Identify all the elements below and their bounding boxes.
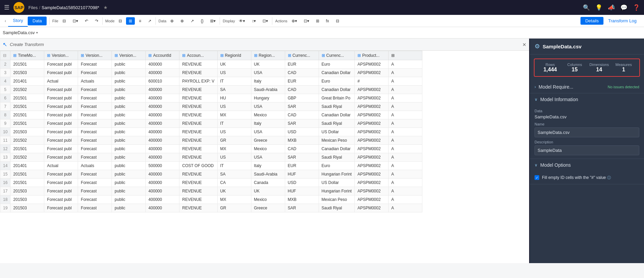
table-cell[interactable]: 400000 [146,153,179,162]
table-cell[interactable]: Forecast [78,128,112,136]
table-cell[interactable]: APSPM0002 [354,94,388,102]
table-cell[interactable]: Great Britain Po [319,94,354,102]
table-cell[interactable]: public [112,86,146,94]
table-cell[interactable]: Mexican Peso [319,195,354,204]
table-cell[interactable]: MX [217,145,251,153]
chat-icon[interactable]: 💬 [620,4,627,11]
table-cell[interactable]: 201501 [10,119,44,128]
table-cell[interactable]: Hungarian Forint [319,170,354,179]
table-cell-extra[interactable]: A [388,195,422,204]
close-transform-icon[interactable]: ✕ [522,42,526,47]
tb-redo[interactable]: ↷ [92,17,101,25]
table-cell[interactable]: 201401 [10,77,44,86]
table-cell-extra[interactable]: A [388,170,422,179]
table-cell[interactable]: Mexico [251,111,285,119]
table-cell[interactable]: REVENUE [179,187,217,195]
col-header-regionid[interactable]: ⊞ RegionId [217,51,251,60]
table-cell[interactable]: UK [251,60,285,69]
table-cell[interactable]: 400000 [146,170,179,179]
tb-mode-export[interactable]: ↗ [145,17,154,25]
table-cell[interactable]: REVENUE [179,111,217,119]
tb-actions-fx[interactable]: fx [323,17,332,25]
table-cell[interactable]: US [217,69,251,77]
tb-data-add[interactable]: ⊕ [168,17,176,25]
table-cell[interactable]: APSPM0002 [354,69,388,77]
tb-mode-chart[interactable]: ≡ [136,17,144,25]
table-cell[interactable]: Forecast [78,69,112,77]
table-cell[interactable]: 400000 [146,94,179,102]
name-field-input[interactable] [535,128,639,137]
table-cell[interactable]: Forecast [78,119,112,128]
table-cell[interactable]: CA [217,179,251,187]
table-cell[interactable]: 201501 [10,179,44,187]
table-cell[interactable]: Canadian Dollar [319,86,354,94]
table-cell[interactable]: Forecast publ [44,119,78,128]
table-cell[interactable]: SAR [285,102,319,111]
table-cell-extra[interactable]: A [388,119,422,128]
table-cell[interactable]: 400000 [146,102,179,111]
table-cell-extra[interactable]: A [388,204,422,212]
file-dropdown-icon[interactable]: ▾ [36,31,38,34]
table-cell[interactable]: Saudi Riyal [319,153,354,162]
table-cell[interactable]: APSPM0002 [354,128,388,136]
table-cell[interactable]: REVENUE [179,204,217,212]
table-cell[interactable]: HUF [285,187,319,195]
table-cell[interactable]: public [112,128,146,136]
table-cell[interactable]: REVENUE [179,60,217,69]
table-cell[interactable]: Forecast [78,111,112,119]
table-cell-extra[interactable]: A [388,162,422,170]
table-cell[interactable]: 201501 [10,60,44,69]
table-cell-extra[interactable]: A [388,102,422,111]
table-cell[interactable]: Actual [44,162,78,170]
table-cell[interactable]: APSPM0002 [354,136,388,145]
data-table-wrap[interactable]: ⊟ ⊞ TimeMo... ⊞ Version... ⊞ Version... [0,51,529,263]
table-cell-extra[interactable]: A [388,86,422,94]
table-cell[interactable]: SAR [285,153,319,162]
details-button[interactable]: Details [580,17,603,25]
table-cell[interactable]: REVENUE [179,102,217,111]
col-header-accountid[interactable]: ⊞ AccountId [146,51,179,60]
table-cell-extra[interactable]: A [388,69,422,77]
table-cell[interactable]: Forecast [78,187,112,195]
table-cell[interactable]: Forecast publ [44,179,78,187]
table-cell[interactable]: APSPM0002 [354,162,388,170]
table-cell[interactable]: 201503 [10,204,44,212]
table-cell[interactable]: public [112,60,146,69]
table-cell[interactable]: 201503 [10,69,44,77]
table-cell[interactable]: 400000 [146,119,179,128]
table-cell[interactable]: CAD [285,145,319,153]
table-cell[interactable]: public [112,204,146,212]
table-cell-extra[interactable]: A [388,153,422,162]
table-cell[interactable]: REVENUE [179,153,217,162]
table-cell[interactable]: Mexico [251,145,285,153]
table-cell[interactable]: Forecast [78,94,112,102]
table-cell[interactable]: REVENUE [179,128,217,136]
table-cell[interactable]: Forecast publ [44,195,78,204]
table-cell[interactable]: 400000 [146,195,179,204]
table-cell[interactable]: Italy [251,119,285,128]
table-cell[interactable]: APSPM0002 [354,179,388,187]
table-cell[interactable]: REVENUE [179,145,217,153]
table-cell[interactable]: Mexican Peso [319,136,354,145]
table-cell[interactable]: USA [251,69,285,77]
tb-display-sort[interactable]: ↕▾ [249,17,258,25]
table-cell-extra[interactable]: A [388,179,422,187]
table-cell-extra[interactable]: A [388,136,422,145]
table-cell[interactable]: IT [217,77,251,86]
table-cell-extra[interactable]: A [388,128,422,136]
fill-empty-checkbox[interactable]: ✓ [535,175,539,180]
table-cell[interactable]: Actuals [78,77,112,86]
table-cell[interactable]: Saudi Riyal [319,119,354,128]
help-icon[interactable]: ❓ [633,4,640,11]
table-cell[interactable]: public [112,77,146,86]
table-cell[interactable]: US [217,102,251,111]
table-cell[interactable]: Forecast publ [44,128,78,136]
table-cell[interactable]: APSPM0002 [354,60,388,69]
table-cell[interactable]: USA [251,128,285,136]
file-name[interactable]: SampleData.csv ▾ [3,30,38,35]
table-cell[interactable]: Forecast [78,145,112,153]
tb-file-icon1[interactable]: ⊟ [60,17,69,25]
table-cell[interactable]: 400000 [146,136,179,145]
table-cell[interactable]: public [112,162,146,170]
table-cell[interactable]: public [112,195,146,204]
